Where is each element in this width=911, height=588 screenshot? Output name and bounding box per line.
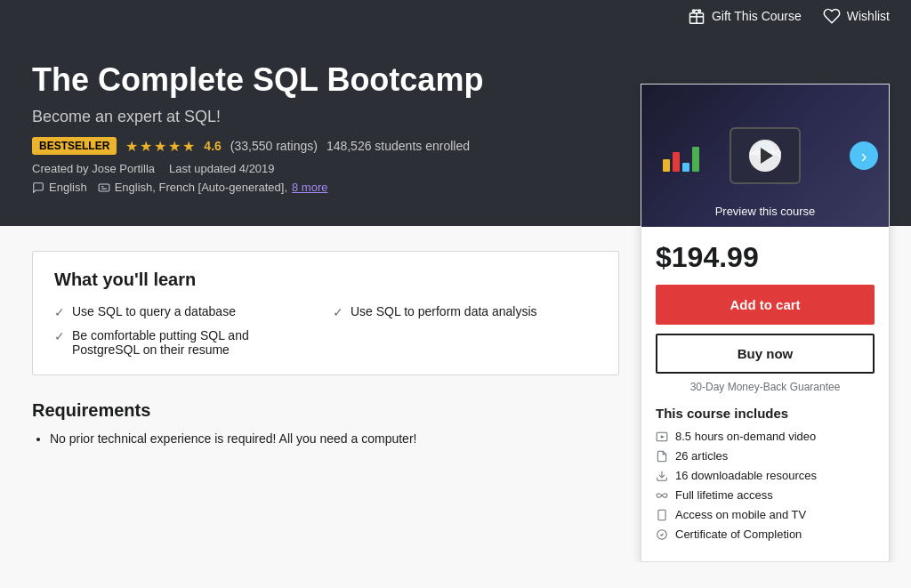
captions-value: English, French [Auto-generated], xyxy=(115,181,287,194)
include-item-5: Certificate of Completion xyxy=(656,528,875,541)
wishlist-label: Wishlist xyxy=(847,9,890,23)
video-icon xyxy=(656,431,668,443)
svg-marker-7 xyxy=(661,435,665,439)
include-item-3: Full lifetime access xyxy=(656,488,875,502)
certificate-icon xyxy=(656,528,668,541)
rating-count: (33,550 ratings) xyxy=(230,139,318,153)
created-by: Created by Jose Portilla xyxy=(32,162,155,175)
requirement-item-1: No prior technical experience is require… xyxy=(50,431,619,446)
play-button[interactable] xyxy=(749,140,781,172)
includes-list: 8.5 hours on-demand video 26 articles 16… xyxy=(656,430,875,541)
download-icon xyxy=(656,470,668,482)
gift-label: Gift This Course xyxy=(712,9,802,23)
last-updated: Last updated 4/2019 xyxy=(169,162,275,175)
language-item: English xyxy=(32,181,87,194)
svg-rect-3 xyxy=(99,184,109,191)
learn-item-3-text: Be comfortable putting SQL and PostgreSQ… xyxy=(72,328,318,357)
heart-icon xyxy=(823,7,841,25)
ratings-row: BESTSELLER ★ ★ ★ ★ ★ 4.6 (33,550 ratings… xyxy=(32,137,483,155)
price: $194.99 xyxy=(656,241,875,274)
gift-icon xyxy=(688,7,705,25)
include-item-4: Access on mobile and TV xyxy=(656,508,875,521)
meta-row: Created by Jose Portilla Last updated 4/… xyxy=(32,162,483,175)
requirements-section: Requirements No prior technical experien… xyxy=(32,400,619,446)
requirements-title: Requirements xyxy=(32,400,619,421)
check-icon-2: ✓ xyxy=(333,305,343,319)
svg-rect-9 xyxy=(658,510,665,520)
preview-chart xyxy=(663,140,699,172)
captions-icon xyxy=(98,181,110,194)
learn-item-3: ✓ Be comfortable putting SQL and Postgre… xyxy=(54,328,318,357)
svg-point-1 xyxy=(692,10,695,12)
course-preview: PostgreSQL Preview this course xyxy=(641,85,889,227)
gift-course-button[interactable]: Gift This Course xyxy=(688,7,802,25)
learn-item-2: ✓ Use SQL to perform data analysis xyxy=(333,304,597,319)
top-bar: Gift This Course Wishlist xyxy=(0,0,911,32)
star-rating: ★ ★ ★ ★ ★ xyxy=(125,138,195,155)
speech-icon xyxy=(32,181,44,194)
course-card: PostgreSQL Preview this course $194.99 A… xyxy=(641,84,890,562)
include-item-0: 8.5 hours on-demand video xyxy=(656,430,875,443)
include-item-1: 26 articles xyxy=(656,449,875,463)
mobile-icon xyxy=(656,509,668,521)
buy-now-button[interactable]: Buy now xyxy=(656,334,875,374)
learn-item-2-text: Use SQL to perform data analysis xyxy=(351,304,537,318)
lang-row: English English, French [Auto-generated]… xyxy=(32,181,483,194)
course-title: The Complete SQL Bootcamp xyxy=(32,60,483,99)
learn-title: What you'll learn xyxy=(54,270,597,290)
add-to-cart-button[interactable]: Add to cart xyxy=(656,285,875,325)
language-value: English xyxy=(49,181,87,194)
course-subtitle: Become an expert at SQL! xyxy=(32,108,483,126)
infinity-icon xyxy=(656,489,668,502)
check-icon-1: ✓ xyxy=(54,305,65,319)
rating-value: 4.6 xyxy=(204,139,221,153)
bestseller-badge: BESTSELLER xyxy=(32,137,117,155)
main-content: What you'll learn ✓ Use SQL to query a d… xyxy=(0,226,911,562)
bar-chart-icon xyxy=(663,140,699,172)
nav-arrow[interactable] xyxy=(850,141,878,170)
check-icon-3: ✓ xyxy=(54,329,65,343)
svg-point-2 xyxy=(698,10,701,12)
card-body: $194.99 Add to cart Buy now 30-Day Money… xyxy=(641,227,889,561)
includes-title: This course includes xyxy=(656,406,875,421)
captions-item: English, French [Auto-generated], 8 more xyxy=(98,181,328,194)
preview-label: Preview this course xyxy=(715,205,816,218)
left-content: What you'll learn ✓ Use SQL to query a d… xyxy=(0,226,641,476)
wishlist-button[interactable]: Wishlist xyxy=(823,7,890,25)
hero-left: The Complete SQL Bootcamp Become an expe… xyxy=(32,60,483,194)
requirements-list: No prior technical experience is require… xyxy=(32,431,619,446)
guarantee-text: 30-Day Money-Back Guarantee xyxy=(656,381,875,393)
more-link[interactable]: 8 more xyxy=(292,181,327,194)
learn-grid: ✓ Use SQL to query a database ✓ Use SQL … xyxy=(54,304,597,357)
learn-item-1: ✓ Use SQL to query a database xyxy=(54,304,318,319)
article-icon xyxy=(656,450,668,463)
enrolled-count: 148,526 students enrolled xyxy=(327,139,470,153)
learn-item-1-text: Use SQL to query a database xyxy=(72,304,236,318)
learn-box: What you'll learn ✓ Use SQL to query a d… xyxy=(32,251,619,375)
include-item-2: 16 downloadable resources xyxy=(656,469,875,482)
